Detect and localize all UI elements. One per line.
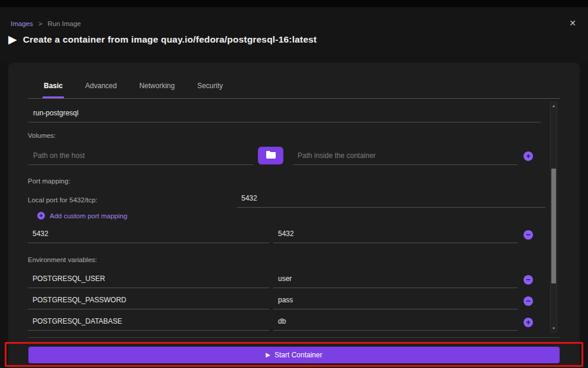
tab-security[interactable]: Security [196, 82, 224, 98]
tab-bar: Basic Advanced Networking Security [28, 63, 560, 98]
start-container-label: Start Container [274, 351, 322, 359]
browse-folder-button[interactable] [258, 147, 283, 164]
breadcrumb-images-link[interactable]: Images [11, 20, 33, 27]
page-header: Images > Run Image ✕ ▶ Create a containe… [0, 7, 588, 63]
scrollbar[interactable]: ▲ ▼ [550, 102, 557, 333]
add-custom-port-mapping-label: Add custom port mapping [50, 212, 127, 219]
tab-basic[interactable]: Basic [43, 82, 64, 98]
remove-env-minus-icon[interactable]: − [524, 296, 533, 306]
title-row: ▶ Create a container from image quay.io/… [8, 33, 316, 46]
plus-icon: + [37, 212, 45, 219]
env-value-input[interactable] [273, 291, 518, 309]
local-port-label: Local port for 5432/tcp: [28, 196, 98, 204]
environment-variables-label: Environment variables: [28, 256, 97, 263]
add-env-plus-icon[interactable]: + [524, 318, 533, 327]
folder-icon [266, 151, 276, 160]
breadcrumb: Images > Run Image [11, 20, 81, 27]
play-icon: ▶ [266, 351, 270, 359]
env-key-input[interactable] [28, 312, 269, 331]
page-title: Create a container from image quay.io/fe… [23, 34, 317, 45]
breadcrumb-separator: > [38, 20, 43, 27]
breadcrumb-current: Run Image [47, 20, 80, 27]
env-key-input[interactable] [28, 291, 269, 309]
app-window: Images > Run Image ✕ ▶ Create a containe… [0, 0, 588, 368]
scroll-up-icon[interactable]: ▲ [551, 104, 557, 108]
tab-bar-underline [28, 98, 560, 99]
custom-container-port-input[interactable] [273, 225, 518, 243]
env-value-input[interactable] [273, 270, 518, 288]
local-port-input[interactable] [237, 189, 545, 208]
env-key-input[interactable] [28, 270, 269, 288]
tab-advanced[interactable]: Advanced [84, 82, 118, 98]
env-value-input[interactable] [273, 312, 518, 331]
run-image-form-panel: Basic Advanced Networking Security Volum… [8, 63, 580, 368]
remove-env-minus-icon[interactable]: − [524, 275, 533, 285]
scroll-down-icon[interactable]: ▼ [551, 327, 557, 330]
footer-divider [28, 337, 560, 338]
scrollbar-thumb[interactable] [551, 169, 556, 283]
close-icon[interactable]: ✕ [569, 19, 576, 27]
volumes-label: Volumes: [28, 132, 56, 139]
port-mapping-label: Port mapping: [28, 177, 70, 185]
tab-networking[interactable]: Networking [138, 82, 176, 98]
add-custom-port-mapping-link[interactable]: + Add custom port mapping [37, 212, 127, 219]
custom-host-port-input[interactable] [28, 225, 269, 243]
remove-port-minus-icon[interactable]: − [524, 230, 533, 240]
container-path-input[interactable] [293, 147, 518, 165]
add-volume-plus-icon[interactable]: + [524, 151, 533, 161]
host-path-input[interactable] [28, 147, 253, 165]
container-name-input[interactable] [28, 104, 541, 122]
run-play-icon: ▶ [8, 33, 17, 46]
start-container-button[interactable]: ▶ Start Container [28, 347, 560, 363]
window-titlebar [0, 0, 588, 7]
